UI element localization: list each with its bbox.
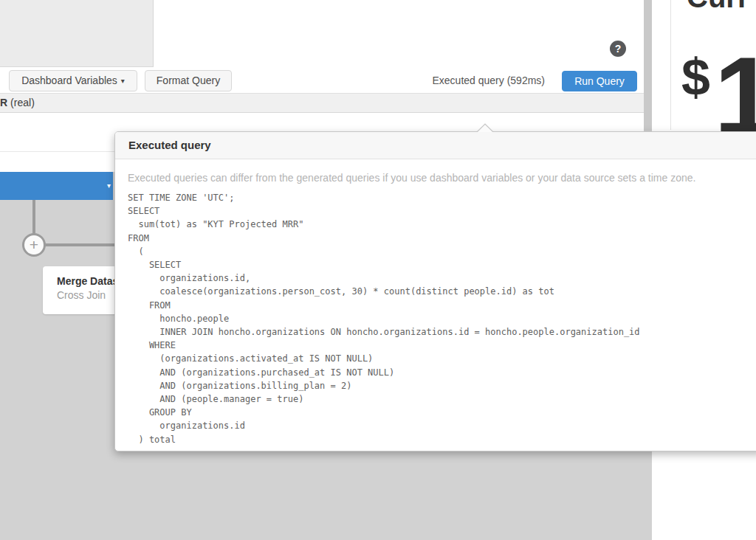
executed-query-popover: Executed query Executed queries can diff… [114,131,756,451]
dashboard-variables-button[interactable]: Dashboard Variables▾ [9,70,137,91]
chart-editor-page: ? Dashboard Variables▾ Format Query Exec… [0,0,756,540]
query-editor-area[interactable] [154,0,644,67]
preview-card-title: Curr [687,0,749,14]
format-query-label: Format Query [157,75,220,86]
popover-header: Executed query [115,132,756,159]
result-column-label: RR (real) [0,94,35,112]
executed-sql-text: SET TIME ZONE 'UTC'; SELECT sum(tot) as … [128,191,640,446]
chevron-down-icon: ▾ [121,71,125,91]
result-column-header: RR (real) [0,94,644,113]
format-query-button[interactable]: Format Query [145,70,232,91]
result-column-label-rest: (real) [7,97,35,108]
preview-card-border [670,0,671,130]
executed-query-status[interactable]: Executed query (592ms) [432,67,545,94]
preview-currency-symbol: $ [681,52,710,103]
popover-subtitle: Executed queries can differ from the gen… [128,170,755,185]
run-query-button[interactable]: Run Query [562,71,637,91]
popover-title: Executed query [128,132,211,159]
pipeline-connector-vertical [32,200,35,234]
editor-left-gutter [0,0,154,67]
panel-gutter [644,0,652,131]
pipeline-step-selected[interactable]: ▾ [0,172,113,200]
query-toolbar: Dashboard Variables▾ Format Query Execut… [0,67,644,94]
dashboard-variables-label: Dashboard Variables [21,75,117,86]
chevron-down-icon: ▾ [107,181,111,190]
result-column-label-bold: RR [0,97,7,108]
add-step-icon[interactable]: + [22,233,46,257]
pipeline-connector-horizontal [44,243,114,246]
help-icon[interactable]: ? [610,41,626,57]
